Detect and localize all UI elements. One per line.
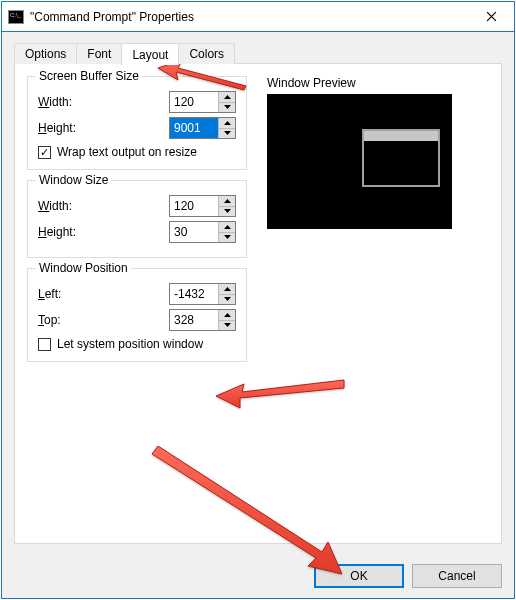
close-icon <box>486 11 497 22</box>
spin-sb-width-up[interactable] <box>219 92 235 103</box>
spin-ws-width-btns <box>218 196 235 216</box>
spin-sb-height-down[interactable] <box>219 129 235 139</box>
close-button[interactable] <box>469 2 514 31</box>
row-letsys: Let system position window <box>38 337 236 351</box>
spin-wp-left-btns <box>218 284 235 304</box>
input-wp-left[interactable] <box>170 284 218 304</box>
row-ws-width: Width: <box>38 195 236 217</box>
tab-colors[interactable]: Colors <box>178 43 235 64</box>
input-ws-width[interactable] <box>170 196 218 216</box>
tab-font[interactable]: Font <box>76 43 122 64</box>
title-bar: "Command Prompt" Properties <box>2 2 514 32</box>
preview-label: Window Preview <box>267 76 489 90</box>
checkbox-wrap[interactable] <box>38 146 51 159</box>
input-ws-height[interactable] <box>170 222 218 242</box>
row-wp-left: Left: <box>38 283 236 305</box>
spin-ws-width-up[interactable] <box>219 196 235 207</box>
label-sb-height: Height: <box>38 121 169 135</box>
spin-wp-left <box>169 283 236 305</box>
spin-ws-width-down[interactable] <box>219 207 235 217</box>
preview-mini-titlebar <box>364 131 438 141</box>
spin-sb-height-btns <box>218 118 235 138</box>
spin-sb-width-btns <box>218 92 235 112</box>
row-sb-width: Width: <box>38 91 236 113</box>
window-preview <box>267 94 452 229</box>
tab-options[interactable]: Options <box>14 43 77 64</box>
row-ws-height: Height: <box>38 221 236 243</box>
label-wp-top: Top: <box>38 313 169 327</box>
label-ws-height: Height: <box>38 225 169 239</box>
spin-sb-height <box>169 117 236 139</box>
group-screen-buffer: Screen Buffer Size Width: Height: <box>27 76 247 170</box>
group-window-size: Window Size Width: Height: <box>27 180 247 258</box>
layout-right-column: Window Preview <box>267 76 489 531</box>
spin-sb-width <box>169 91 236 113</box>
tab-page-layout: Screen Buffer Size Width: Height: <box>14 63 502 544</box>
spin-sb-width-down[interactable] <box>219 103 235 113</box>
spin-wp-top-up[interactable] <box>219 310 235 321</box>
input-sb-height[interactable] <box>170 118 218 138</box>
layout-left-column: Screen Buffer Size Width: Height: <box>27 76 247 531</box>
group-window-position: Window Position Left: Top: <box>27 268 247 362</box>
input-sb-width[interactable] <box>170 92 218 112</box>
spin-ws-height-btns <box>218 222 235 242</box>
spin-wp-left-up[interactable] <box>219 284 235 295</box>
label-letsys: Let system position window <box>57 337 203 351</box>
row-wp-top: Top: <box>38 309 236 331</box>
row-wrap: Wrap text output on resize <box>38 145 236 159</box>
client-area: Options Font Layout Colors Screen Buffer… <box>2 32 514 554</box>
ok-button[interactable]: OK <box>314 564 404 588</box>
properties-dialog: "Command Prompt" Properties Options Font… <box>1 1 515 599</box>
tab-layout[interactable]: Layout <box>121 43 179 65</box>
spin-wp-top <box>169 309 236 331</box>
cancel-button[interactable]: Cancel <box>412 564 502 588</box>
input-wp-top[interactable] <box>170 310 218 330</box>
checkbox-letsys[interactable] <box>38 338 51 351</box>
window-title: "Command Prompt" Properties <box>30 10 469 24</box>
spin-ws-height-up[interactable] <box>219 222 235 233</box>
group-window-position-legend: Window Position <box>36 261 131 275</box>
spin-sb-height-up[interactable] <box>219 118 235 129</box>
spin-ws-height-down[interactable] <box>219 233 235 243</box>
label-ws-width: Width: <box>38 199 169 213</box>
label-wp-left: Left: <box>38 287 169 301</box>
spin-wp-top-btns <box>218 310 235 330</box>
cmd-icon <box>8 10 24 24</box>
preview-mini-window <box>362 129 440 187</box>
group-screen-buffer-legend: Screen Buffer Size <box>36 69 142 83</box>
dialog-buttons: OK Cancel <box>2 554 514 598</box>
tab-strip: Options Font Layout Colors <box>14 42 502 64</box>
spin-wp-top-down[interactable] <box>219 321 235 331</box>
spin-wp-left-down[interactable] <box>219 295 235 305</box>
label-wrap: Wrap text output on resize <box>57 145 197 159</box>
row-sb-height: Height: <box>38 117 236 139</box>
spin-ws-height <box>169 221 236 243</box>
label-sb-width: Width: <box>38 95 169 109</box>
spin-ws-width <box>169 195 236 217</box>
group-window-size-legend: Window Size <box>36 173 111 187</box>
